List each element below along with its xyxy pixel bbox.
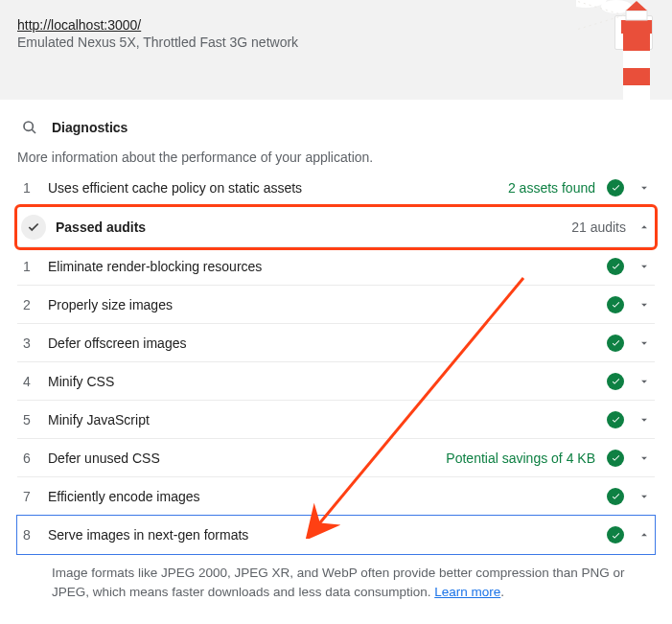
item-label: Efficiently encode images bbox=[48, 489, 607, 504]
svg-point-3 bbox=[576, 0, 607, 8]
pass-check-icon bbox=[607, 526, 624, 543]
share-button[interactable] bbox=[614, 15, 653, 50]
svg-point-4 bbox=[601, 0, 632, 13]
diagnostics-title: Diagnostics bbox=[52, 120, 127, 135]
pass-check-icon bbox=[607, 450, 624, 467]
item-label: Eliminate render-blocking resources bbox=[48, 259, 607, 274]
diagnostics-section: Diagnostics More information about the p… bbox=[0, 100, 672, 620]
detail-text: Image formats like JPEG 2000, JPEG XR, a… bbox=[52, 566, 625, 599]
passed-item[interactable]: 6 Defer unused CSS Potential savings of … bbox=[17, 439, 655, 477]
chevron-down-icon bbox=[637, 181, 651, 195]
item-extra: 2 assets found bbox=[508, 180, 595, 196]
diagnostics-subtitle: More information about the performance o… bbox=[17, 150, 655, 165]
chevron-down-icon bbox=[637, 336, 651, 350]
pass-check-icon bbox=[607, 488, 624, 505]
passed-audits-title: Passed audits bbox=[56, 220, 571, 235]
item-index: 7 bbox=[21, 489, 48, 504]
chevron-up-icon bbox=[637, 528, 651, 542]
report-header: http://localhost:3000/ Emulated Nexus 5X… bbox=[0, 0, 672, 100]
passed-audits-count: 21 audits bbox=[571, 220, 626, 235]
passed-audits-header[interactable]: Passed audits 21 audits bbox=[17, 207, 655, 247]
item-label: Properly size images bbox=[48, 297, 607, 312]
chevron-down-icon bbox=[637, 260, 651, 273]
item-label: Serve images in next-gen formats bbox=[48, 527, 607, 543]
pass-check-icon bbox=[607, 179, 624, 196]
pass-check-icon bbox=[607, 296, 624, 313]
passed-item[interactable]: 3 Defer offscreen images bbox=[17, 324, 655, 362]
item-label: Defer unused CSS bbox=[48, 451, 446, 466]
chevron-up-icon bbox=[637, 220, 651, 234]
svg-marker-7 bbox=[623, 68, 650, 85]
chevron-down-icon bbox=[637, 375, 651, 388]
item-index: 3 bbox=[21, 335, 48, 351]
svg-line-11 bbox=[576, 1, 624, 15]
diagnostics-item[interactable]: 1 Uses efficient cache policy on static … bbox=[17, 169, 655, 207]
item-label: Uses efficient cache policy on static as… bbox=[48, 180, 508, 196]
svg-point-1 bbox=[627, 31, 632, 35]
chevron-down-icon bbox=[637, 413, 651, 427]
pass-check-icon bbox=[607, 335, 624, 352]
share-icon bbox=[625, 24, 642, 41]
item-index: 4 bbox=[21, 374, 48, 389]
tested-url[interactable]: http://localhost:3000/ bbox=[17, 17, 655, 33]
item-label: Minify JavaScript bbox=[48, 412, 607, 428]
svg-point-13 bbox=[24, 122, 33, 130]
passed-item[interactable]: 7 Efficiently encode images bbox=[17, 477, 655, 516]
chevron-down-icon bbox=[637, 490, 651, 503]
svg-line-14 bbox=[32, 129, 35, 133]
chevron-down-icon bbox=[637, 451, 651, 465]
item-index: 2 bbox=[21, 297, 48, 312]
item-extra: Potential savings of 4 KB bbox=[446, 451, 595, 466]
diagnostics-header: Diagnostics bbox=[17, 100, 655, 146]
item-label: Minify CSS bbox=[48, 374, 607, 389]
item-index: 8 bbox=[21, 527, 48, 543]
passed-item[interactable]: 1 Eliminate render-blocking resources bbox=[17, 247, 655, 286]
item-label: Defer offscreen images bbox=[48, 335, 607, 351]
pass-check-icon bbox=[607, 258, 624, 275]
item-index: 1 bbox=[21, 259, 48, 274]
pass-check-icon bbox=[607, 373, 624, 390]
passed-item[interactable]: 5 Minify JavaScript bbox=[17, 401, 655, 439]
checkmark-icon bbox=[21, 215, 46, 240]
item-index: 5 bbox=[21, 412, 48, 428]
pass-check-icon bbox=[607, 411, 624, 428]
passed-item[interactable]: 4 Minify CSS bbox=[17, 362, 655, 401]
item-index: 6 bbox=[21, 451, 48, 466]
learn-more-link[interactable]: Learn more bbox=[434, 585, 500, 599]
passed-item[interactable]: 2 Properly size images bbox=[17, 286, 655, 324]
svg-marker-10 bbox=[626, 1, 647, 11]
chevron-down-icon bbox=[637, 298, 651, 312]
magnifier-icon bbox=[17, 115, 42, 140]
svg-point-0 bbox=[636, 26, 640, 31]
svg-point-2 bbox=[636, 35, 640, 40]
environment-note: Emulated Nexus 5X, Throttled Fast 3G net… bbox=[17, 35, 655, 50]
passed-item-expanded[interactable]: 8 Serve images in next-gen formats bbox=[17, 516, 655, 554]
audit-detail-description: Image formats like JPEG 2000, JPEG XR, a… bbox=[17, 554, 655, 611]
item-index: 1 bbox=[21, 180, 48, 196]
